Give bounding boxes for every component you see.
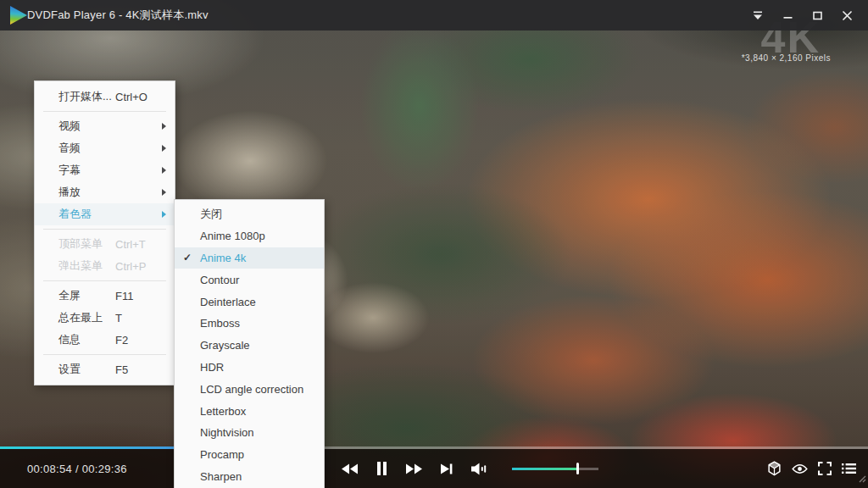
- context-menu-item-label: 打开媒体...: [58, 89, 112, 104]
- right-tool-buttons: [767, 449, 856, 488]
- submenu-arrow-icon: [162, 123, 166, 130]
- context-menu-item-12[interactable]: 总在最上T: [35, 307, 175, 329]
- shader-submenu-item-7[interactable]: HDR: [175, 357, 324, 379]
- volume-slider[interactable]: [512, 468, 598, 470]
- shader-submenu-item-label: HDR: [200, 361, 224, 374]
- shader-submenu-item-label: Nightvision: [200, 426, 254, 439]
- app-logo-icon: [10, 6, 27, 25]
- maximize-icon[interactable]: [806, 5, 828, 25]
- shader-submenu-item-5[interactable]: Emboss: [175, 313, 324, 335]
- shader-submenu-item-label: 关闭: [200, 207, 222, 222]
- context-menu: 打开媒体...Ctrl+O视频音频字幕播放着色器顶部菜单Ctrl+T弹出菜单Ct…: [34, 80, 175, 385]
- shortcut-label: F5: [115, 363, 128, 376]
- submenu-arrow-icon: [162, 145, 166, 152]
- context-menu-item-3[interactable]: 音频: [35, 137, 175, 159]
- resize-grip[interactable]: [857, 471, 866, 486]
- submenu-arrow-icon: [162, 211, 166, 218]
- playlist-icon[interactable]: [842, 463, 856, 474]
- context-menu-separator: [43, 280, 166, 281]
- shortcut-label: Ctrl+O: [115, 91, 147, 103]
- dropdown-arrow-icon[interactable]: [747, 5, 769, 25]
- shader-submenu-item-1[interactable]: Anime 1080p: [175, 225, 324, 247]
- shader-submenu-item-10[interactable]: Nightvision: [175, 422, 324, 444]
- fullscreen-icon[interactable]: [818, 462, 832, 475]
- context-menu-item-9: 弹出菜单Ctrl+P: [35, 255, 175, 277]
- eye-icon[interactable]: [792, 463, 808, 474]
- context-menu-item-label: 视频: [58, 119, 81, 134]
- 3d-cube-icon[interactable]: [767, 461, 782, 476]
- shader-submenu-item-9[interactable]: Letterbox: [175, 400, 324, 422]
- context-menu-item-4[interactable]: 字幕: [35, 159, 175, 181]
- context-menu-item-0[interactable]: 打开媒体...Ctrl+O: [35, 86, 175, 108]
- shader-submenu-item-6[interactable]: Grayscale: [175, 335, 324, 357]
- context-menu-item-13[interactable]: 信息F2: [35, 329, 175, 351]
- shortcut-label: Ctrl+P: [115, 260, 146, 273]
- shortcut-label: F2: [115, 334, 128, 347]
- context-menu-item-label: 弹出菜单: [58, 258, 103, 274]
- volume-slider-fill: [512, 468, 578, 470]
- shortcut-label: T: [115, 312, 122, 324]
- context-menu-item-11[interactable]: 全屏F11: [35, 285, 175, 307]
- shader-submenu-item-label: Grayscale: [200, 339, 250, 352]
- context-menu-item-6[interactable]: 着色器: [35, 203, 175, 225]
- minimize-icon[interactable]: [776, 5, 798, 25]
- video-resolution-note: *3,840 × 2,160 Pixels: [742, 53, 831, 63]
- context-menu-item-label: 音频: [58, 141, 81, 156]
- context-menu-item-label: 字幕: [58, 163, 81, 178]
- shader-submenu-item-2[interactable]: ✓Anime 4k: [175, 247, 324, 269]
- player-window: 4K *3,840 × 2,160 Pixels DVDFab Player 6…: [0, 0, 868, 488]
- window-title: DVDFab Player 6 - 4K测试样本.mkv: [27, 8, 209, 23]
- shader-submenu-item-label: Emboss: [200, 317, 240, 330]
- context-menu-separator: [43, 354, 166, 355]
- shader-submenu-item-label: Deinterlace: [200, 296, 256, 308]
- shader-submenu-item-label: Anime 1080p: [200, 230, 265, 242]
- context-menu-item-label: 顶部菜单: [58, 236, 103, 252]
- volume-slider-handle[interactable]: [576, 463, 580, 474]
- context-menu-item-label: 全屏: [58, 288, 81, 303]
- context-menu-item-8: 顶部菜单Ctrl+T: [35, 233, 175, 255]
- shortcut-label: Ctrl+T: [115, 238, 146, 251]
- shader-submenu-item-label: Letterbox: [200, 405, 246, 418]
- window-controls: [747, 5, 858, 25]
- next-track-icon[interactable]: [441, 463, 453, 474]
- context-menu-item-label: 设置: [58, 362, 81, 377]
- transport-controls: [342, 449, 598, 488]
- context-menu-item-2[interactable]: 视频: [35, 115, 175, 137]
- submenu-arrow-icon: [162, 167, 166, 174]
- volume-icon[interactable]: [471, 463, 487, 475]
- submenu-arrow-icon: [162, 189, 166, 196]
- shader-submenu-item-label: Anime 4k: [200, 252, 246, 264]
- context-menu-item-label: 播放: [58, 185, 81, 200]
- fast-forward-icon[interactable]: [406, 463, 422, 474]
- shader-submenu-item-8[interactable]: LCD angle correction: [175, 378, 324, 400]
- shader-submenu-item-label: Contour: [200, 274, 239, 286]
- shader-submenu-item-4[interactable]: Deinterlace: [175, 291, 324, 313]
- time-display: 00:08:54 / 00:29:36: [27, 463, 127, 475]
- shader-submenu-item-11[interactable]: Procamp: [175, 444, 324, 466]
- context-menu-separator: [43, 111, 166, 112]
- shader-submenu-item-12[interactable]: Sharpen: [175, 466, 324, 488]
- context-menu-item-label: 着色器: [58, 207, 92, 222]
- rewind-icon[interactable]: [342, 463, 358, 474]
- shortcut-label: F11: [115, 290, 133, 302]
- shader-submenu-item-3[interactable]: Contour: [175, 269, 324, 291]
- shader-submenu-item-label: Procamp: [200, 448, 244, 461]
- shader-submenu-item-label: Sharpen: [200, 470, 242, 483]
- check-icon: ✓: [183, 252, 192, 263]
- shader-submenu-item-0[interactable]: 关闭: [175, 203, 324, 225]
- context-menu-separator: [43, 229, 166, 230]
- pause-icon[interactable]: [376, 462, 387, 475]
- close-icon[interactable]: [836, 5, 858, 25]
- shader-submenu: 关闭Anime 1080p✓Anime 4kContourDeinterlace…: [174, 199, 325, 488]
- title-bar: DVDFab Player 6 - 4K测试样本.mkv: [0, 0, 868, 30]
- context-menu-item-label: 信息: [58, 332, 81, 347]
- context-menu-item-5[interactable]: 播放: [35, 181, 175, 203]
- context-menu-item-15[interactable]: 设置F5: [35, 358, 175, 380]
- context-menu-item-label: 总在最上: [58, 310, 103, 325]
- shader-submenu-item-label: LCD angle correction: [200, 383, 303, 396]
